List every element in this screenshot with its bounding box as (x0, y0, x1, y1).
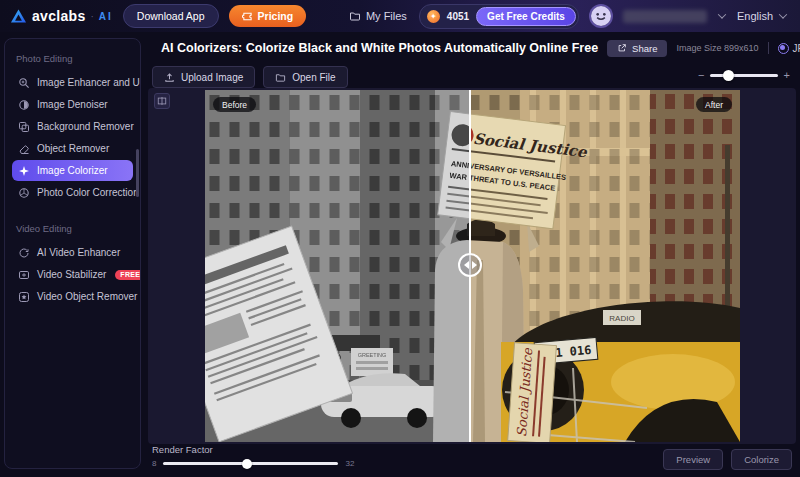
sidebar-scrollbar[interactable] (136, 149, 139, 197)
render-factor-max: 32 (345, 459, 354, 468)
upload-icon (164, 72, 175, 83)
share-button[interactable]: Share (607, 40, 667, 57)
my-files-button[interactable]: My Files (349, 10, 407, 22)
jpg-label: JPG (793, 43, 800, 54)
video-editing-section-label: Video Editing (16, 223, 133, 234)
color-wheel-icon (18, 187, 30, 199)
credits-count: 4051 (447, 11, 469, 22)
download-app-button[interactable]: Download App (123, 4, 219, 28)
price-tag-icon (242, 11, 253, 22)
sidebar-item-label: Background Remover (37, 121, 134, 132)
user-avatar[interactable] (591, 6, 611, 26)
refresh-arrows-icon (18, 247, 30, 259)
topbar: avclabs · AI Download App Pricing My Fil… (0, 0, 800, 32)
account-chevron-down-icon[interactable] (718, 10, 726, 18)
sidebar-item-image-denoiser[interactable]: Image Denoiser (12, 94, 133, 115)
open-folder-icon (275, 72, 286, 83)
my-files-label: My Files (366, 10, 407, 22)
svg-text:GREETING: GREETING (358, 352, 387, 358)
sidebar-item-image-colorizer[interactable]: Image Colorizer (12, 160, 133, 181)
magnifier-icon (18, 77, 30, 89)
zoom-out-button[interactable]: − (698, 70, 704, 80)
colorize-button[interactable]: Colorize (731, 449, 792, 470)
comparison-slider-handle[interactable] (458, 253, 482, 277)
image-size-label: Image Size 899x610 (676, 43, 758, 53)
sidebar-item-label: Image Enhancer and Upscaler (37, 77, 141, 88)
zoom-control: − + (698, 68, 790, 82)
after-badge: After (696, 97, 732, 112)
sidebar-item-label: AI Video Enhancer (37, 247, 120, 258)
sidebar-item-photo-color-correction[interactable]: Photo Color Correction (12, 182, 133, 203)
coin-icon: ✦ (427, 10, 440, 23)
render-factor-min: 8 (152, 459, 156, 468)
photo-comparison: GREETING (205, 90, 740, 442)
tools-row: Upload Image Open File (152, 66, 348, 88)
photo-editing-section-label: Photo Editing (16, 53, 133, 64)
denoise-half-circle-icon (18, 99, 30, 111)
layers-icon (18, 121, 30, 133)
sidebar-item-ai-video-enhancer[interactable]: AI Video Enhancer (12, 242, 133, 263)
avclabs-logo-icon (10, 8, 27, 24)
sidebar-item-video-stabilizer[interactable]: Video Stabilizer FREE (12, 264, 133, 285)
folder-icon (349, 10, 361, 22)
arrow-left-icon (464, 261, 469, 269)
sparkle-icon (18, 165, 30, 177)
brand-suffix: AI (99, 11, 113, 22)
app-window: avclabs · AI Download App Pricing My Fil… (0, 0, 800, 477)
footer-controls: Render Factor 8 32 Preview Colorize (152, 447, 792, 471)
sidebar-item-label: Image Colorizer (37, 165, 108, 176)
credits-capsule: ✦ 4051 Get Free Credits (419, 4, 579, 29)
brand-name: avclabs (32, 8, 85, 24)
zoom-slider[interactable] (710, 74, 777, 77)
page-header: AI Colorizers: Colorize Black and White … (152, 37, 794, 59)
pricing-button[interactable]: Pricing (229, 5, 307, 27)
upload-image-button[interactable]: Upload Image (152, 66, 255, 88)
compare-view-toggle[interactable] (154, 93, 170, 109)
pricing-label: Pricing (258, 10, 294, 22)
language-chevron-down-icon (779, 10, 787, 18)
eraser-icon (18, 143, 30, 155)
before-image-half: GREETING (205, 90, 470, 442)
language-select[interactable]: English (737, 10, 790, 22)
sidebar-item-label: Image Denoiser (37, 99, 108, 110)
sidebar-item-object-remover[interactable]: Object Remover (12, 138, 133, 159)
share-label: Share (632, 43, 657, 54)
after-image-half (470, 90, 740, 442)
get-free-credits-button[interactable]: Get Free Credits (476, 7, 576, 26)
sidebar: Photo Editing Image Enhancer and Upscale… (4, 38, 141, 469)
preview-button[interactable]: Preview (663, 449, 723, 470)
username-redacted (623, 10, 707, 23)
radio-selected-icon (778, 43, 789, 54)
sidebar-item-label: Photo Color Correction (37, 187, 139, 198)
open-file-button[interactable]: Open File (263, 66, 347, 88)
render-factor-knob[interactable] (242, 459, 252, 469)
share-icon (617, 43, 627, 53)
language-label: English (737, 10, 773, 22)
object-in-frame-icon (18, 291, 30, 303)
greeting-card-sign: GREETING (351, 348, 393, 376)
render-factor-track[interactable] (163, 462, 338, 465)
open-file-label: Open File (292, 72, 335, 83)
page-title: AI Colorizers: Colorize Black and White … (161, 41, 598, 55)
sidebar-item-image-enhancer[interactable]: Image Enhancer and Upscaler (12, 72, 133, 93)
zoom-slider-knob[interactable] (723, 70, 734, 81)
sidebar-item-label: Object Remover (37, 143, 109, 154)
sidebar-item-label: Video Object Remover (37, 291, 137, 302)
stabilizer-screen-icon (18, 269, 30, 281)
brand-logo[interactable]: avclabs · AI (10, 8, 113, 24)
free-badge: FREE (115, 270, 141, 280)
sidebar-item-label: Video Stabilizer (37, 269, 106, 280)
render-factor-label: Render Factor (152, 444, 213, 455)
zoom-in-button[interactable]: + (784, 70, 790, 80)
render-factor-slider: 8 32 (152, 459, 354, 468)
sidebar-item-background-remover[interactable]: Background Remover (12, 116, 133, 137)
sidebar-item-video-object-remover[interactable]: Video Object Remover (12, 286, 133, 307)
divider (768, 42, 769, 54)
format-jpg-radio[interactable]: JPG (778, 43, 800, 54)
brand-separator: · (90, 11, 93, 22)
arrow-right-icon (472, 261, 477, 269)
upload-image-label: Upload Image (181, 72, 243, 83)
editor-canvas: GREETING (148, 88, 796, 444)
before-badge: Before (213, 97, 256, 112)
